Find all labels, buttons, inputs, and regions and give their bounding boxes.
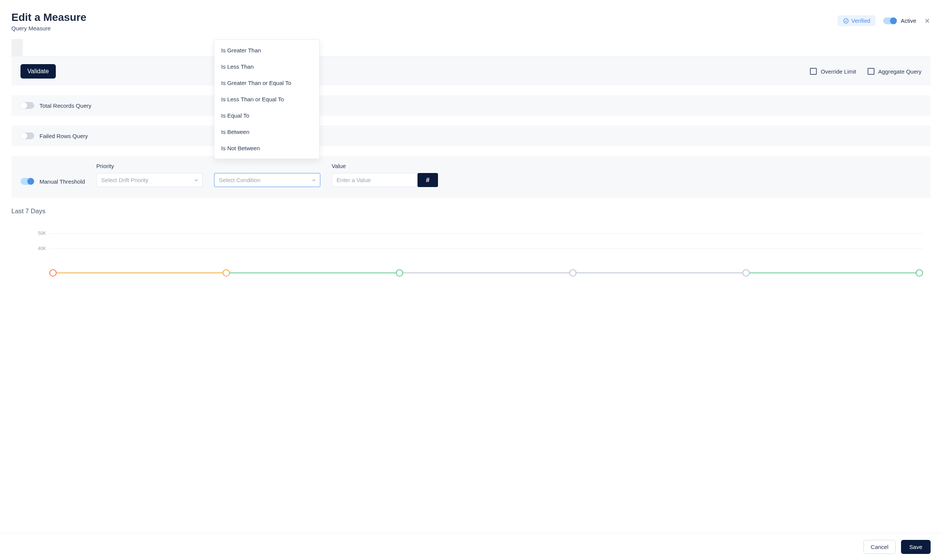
condition-option[interactable]: Is Less Than bbox=[214, 58, 319, 75]
failed-rows-panel: Failed Rows Query bbox=[11, 126, 931, 146]
failed-rows-toggle[interactable] bbox=[20, 132, 34, 139]
validate-button[interactable]: Validate bbox=[20, 64, 56, 79]
chevron-up-icon bbox=[311, 178, 317, 183]
verified-icon bbox=[843, 18, 849, 24]
manual-threshold-panel: Manual Threshold Priority Select Drift P… bbox=[11, 156, 931, 198]
aggregate-query-label: Aggregate Query bbox=[878, 68, 922, 75]
page-title: Edit a Measure bbox=[11, 11, 87, 24]
aggregate-query-checkbox[interactable] bbox=[868, 68, 874, 75]
total-records-toggle[interactable] bbox=[20, 102, 34, 109]
chevron-down-icon bbox=[194, 178, 199, 183]
condition-option[interactable]: Is Not Between bbox=[214, 140, 319, 156]
last-7-days-chart: 50K 40K bbox=[19, 222, 923, 260]
condition-option[interactable]: Is Greater Than bbox=[214, 42, 319, 58]
svg-point-6 bbox=[50, 270, 56, 276]
priority-label: Priority bbox=[96, 163, 203, 169]
save-button[interactable]: Save bbox=[901, 540, 931, 554]
override-limit-label: Override Limit bbox=[821, 68, 856, 75]
y-tick: 50K bbox=[38, 231, 46, 236]
condition-option[interactable]: Is Equal To bbox=[214, 107, 319, 124]
active-toggle[interactable] bbox=[883, 17, 897, 24]
condition-option[interactable]: Is Greater Than or Equal To bbox=[214, 75, 319, 91]
total-records-label: Total Records Query bbox=[39, 102, 91, 109]
y-tick: 40K bbox=[38, 246, 46, 251]
condition-option[interactable]: Is Less Than or Equal To bbox=[214, 91, 319, 107]
total-records-panel: Total Records Query bbox=[11, 95, 931, 116]
condition-dropdown: Is Greater ThanIs Less ThanIs Greater Th… bbox=[214, 39, 320, 159]
value-type-button[interactable]: # bbox=[417, 173, 438, 187]
verified-label: Verified bbox=[851, 17, 870, 24]
condition-option[interactable]: Is Between bbox=[214, 124, 319, 140]
svg-point-7 bbox=[223, 270, 230, 276]
manual-threshold-label: Manual Threshold bbox=[39, 178, 85, 185]
condition-select[interactable]: Select Condition bbox=[214, 173, 320, 187]
priority-placeholder: Select Drift Priority bbox=[101, 177, 148, 183]
svg-point-8 bbox=[396, 270, 403, 276]
query-panel: Validate Override Limit Aggregate Query bbox=[11, 39, 931, 85]
cancel-button[interactable]: Cancel bbox=[863, 540, 896, 554]
svg-point-11 bbox=[916, 270, 923, 276]
svg-point-9 bbox=[570, 270, 576, 276]
query-editor[interactable] bbox=[11, 39, 931, 57]
svg-point-10 bbox=[743, 270, 749, 276]
failed-rows-label: Failed Rows Query bbox=[39, 133, 88, 139]
chart-heading: Last 7 Days bbox=[11, 208, 931, 215]
footer: Cancel Save bbox=[0, 534, 942, 560]
verified-badge: Verified bbox=[838, 15, 876, 26]
value-input[interactable] bbox=[332, 173, 419, 187]
priority-select[interactable]: Select Drift Priority bbox=[96, 173, 203, 187]
close-icon[interactable] bbox=[924, 17, 931, 24]
condition-placeholder: Select Condition bbox=[219, 177, 260, 183]
value-label: Value bbox=[332, 163, 438, 169]
page-subtitle: Query Measure bbox=[11, 25, 87, 31]
manual-threshold-toggle[interactable] bbox=[20, 178, 34, 185]
active-label: Active bbox=[901, 17, 916, 24]
override-limit-checkbox[interactable] bbox=[810, 68, 817, 75]
